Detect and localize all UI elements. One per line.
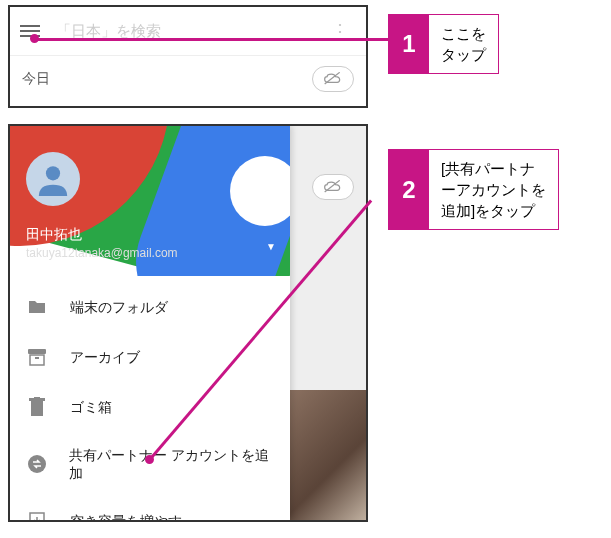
- swap-icon: [26, 453, 47, 475]
- callout-number: 1: [389, 15, 429, 73]
- today-label: 今日: [22, 70, 50, 88]
- screenshot-1: 「日本」を検索 ⋮ 今日: [8, 5, 368, 108]
- drawer-header: 田中拓也 takuya12tanaka@gmail.com ▼: [10, 126, 290, 276]
- callout-dot-1: [30, 34, 39, 43]
- folder-icon: [26, 296, 48, 318]
- menu-item-trash[interactable]: ゴミ箱: [10, 382, 290, 432]
- menu-label: アーカイブ: [70, 348, 140, 366]
- cloud-off-icon[interactable]: [312, 174, 354, 200]
- background-content: [286, 126, 366, 520]
- callout-1: 1 ここを タップ: [388, 14, 499, 74]
- callout-line-1: [34, 38, 390, 41]
- menu-item-add-partner[interactable]: 共有パートナー アカウントを追加: [10, 432, 290, 496]
- trash-icon: [26, 396, 48, 418]
- callout-text: [共有パートナ ーアカウントを 追加]をタップ: [429, 150, 558, 229]
- svg-point-2: [46, 166, 60, 180]
- callout-dot-2: [145, 455, 154, 464]
- menu-item-device-folders[interactable]: 端末のフォルダ: [10, 282, 290, 332]
- callout-number: 2: [389, 150, 429, 229]
- svg-point-9: [28, 455, 46, 473]
- archive-icon: [26, 346, 48, 368]
- date-row: 今日: [10, 56, 366, 106]
- menu-label: 端末のフォルダ: [70, 298, 168, 316]
- user-email: takuya12tanaka@gmail.com: [26, 246, 178, 260]
- menu-item-archive[interactable]: アーカイブ: [10, 332, 290, 382]
- svg-rect-3: [28, 349, 46, 354]
- callout-text: ここを タップ: [429, 15, 498, 73]
- menu-label: 共有パートナー アカウントを追加: [69, 446, 274, 482]
- menu-item-free-storage[interactable]: 空き容量を増やす: [10, 496, 290, 522]
- search-bar: 「日本」を検索 ⋮: [10, 7, 366, 56]
- cloud-slash-icon: [323, 72, 343, 86]
- user-name: 田中拓也: [26, 226, 82, 244]
- svg-rect-6: [31, 401, 43, 416]
- menu-label: ゴミ箱: [70, 398, 112, 416]
- chevron-down-icon[interactable]: ▼: [266, 241, 276, 252]
- menu-label: 空き容量を増やす: [70, 512, 182, 522]
- menu-list: 端末のフォルダ アーカイブ ゴミ箱: [10, 276, 290, 522]
- photo-thumbnail[interactable]: [290, 390, 366, 520]
- callout-2: 2 [共有パートナ ーアカウントを 追加]をタップ: [388, 149, 559, 230]
- svg-rect-4: [30, 355, 44, 365]
- cloud-off-icon[interactable]: [312, 66, 354, 92]
- avatar[interactable]: [26, 152, 80, 206]
- storage-icon: [26, 510, 48, 522]
- person-icon: [36, 162, 70, 196]
- svg-rect-5: [35, 357, 39, 359]
- svg-rect-8: [34, 397, 40, 399]
- screenshot-2: 田中拓也 takuya12tanaka@gmail.com ▼ 端末のフォルダ …: [8, 124, 368, 522]
